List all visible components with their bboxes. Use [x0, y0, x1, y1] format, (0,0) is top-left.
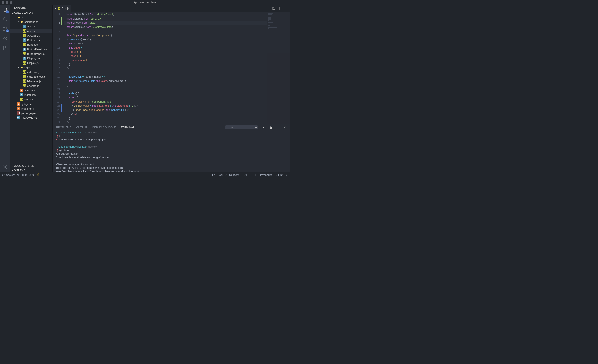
status-sync[interactable]: ⟳ [17, 173, 19, 176]
tree-item-label: favicon.ico [24, 89, 37, 92]
twistie-icon: ▾ [17, 66, 20, 68]
status-bolt[interactable]: ⚡ [36, 173, 40, 176]
tree-item[interactable]: M↓README.md [10, 115, 52, 120]
activity-extensions[interactable] [2, 45, 8, 51]
tree-item[interactable]: JSApp.js [10, 29, 52, 33]
project-section[interactable]: ◢CALCULATOR [10, 11, 52, 15]
tree-item-label: src [21, 16, 25, 19]
tree-item[interactable]: JScalculate.js [10, 70, 52, 74]
svg-point-2 [3, 30, 4, 31]
traffic-close[interactable] [2, 1, 4, 4]
status-eol[interactable]: LF [254, 173, 257, 176]
tree-item[interactable]: ⚗calculate.test.js [10, 74, 52, 79]
test-icon: ⚗ [23, 75, 26, 78]
modified-indicator-icon [55, 8, 56, 9]
compare-changes-icon[interactable] [271, 7, 275, 10]
svg-rect-7 [3, 48, 5, 50]
svg-point-1 [3, 27, 4, 28]
tree-item[interactable]: ▾📁logic [10, 65, 52, 70]
minimap[interactable] [267, 12, 290, 124]
activity-explorer[interactable]: 1 [2, 7, 8, 13]
css-icon: # [20, 93, 23, 97]
tree-item-label: Button.css [27, 39, 40, 42]
more-actions-icon[interactable]: ⋯ [285, 7, 287, 10]
tree-item-label: operate.js [27, 84, 39, 87]
tree-item[interactable]: JSButton.js [10, 42, 52, 47]
tree-item[interactable]: #ButtonPanel.css [10, 47, 52, 51]
tree-item[interactable]: JSisNumber.js [10, 79, 52, 83]
twistie-icon: ▾ [17, 21, 20, 23]
tree-item[interactable]: 5index.html [10, 106, 52, 111]
status-bar: master* ⟳ ⊘ 0 ⚠ 0 ⚡ Ln 5, Col 27 Spaces:… [0, 172, 290, 177]
scm-badge: 1 [6, 30, 9, 32]
tree-item[interactable]: JSButtonPanel.js [10, 51, 52, 56]
traffic-minimize[interactable] [6, 1, 8, 4]
tree-item[interactable]: ⚗App.test.js [10, 33, 52, 38]
file-tree: ▾📁src▾📁component#App.cssJSApp.js⚗App.tes… [10, 15, 52, 164]
status-encoding[interactable]: UTF-8 [244, 173, 251, 176]
line-gutter: 3456789101112131415161718192021222324252… [52, 12, 64, 124]
tree-item[interactable]: { }package.json [10, 111, 52, 115]
favicon-icon: ★ [20, 89, 23, 92]
outline-label: CODE OUTLINE [14, 164, 34, 168]
status-lint[interactable]: ESLint [274, 173, 282, 176]
markdown-icon: M↓ [17, 116, 20, 119]
activity-settings[interactable] [2, 164, 8, 170]
js-icon: JS [23, 80, 26, 83]
css-icon: # [23, 38, 26, 42]
tree-item[interactable]: JSoperate.js [10, 83, 52, 88]
terminal-selector[interactable]: 1: zsh [225, 125, 258, 129]
status-feedback[interactable]: ☺ [285, 173, 288, 176]
css-icon: # [23, 48, 26, 51]
tree-item-label: component [24, 20, 38, 24]
split-editor-icon[interactable] [278, 7, 281, 10]
svg-point-3 [6, 27, 7, 28]
panel-tab[interactable]: DEBUG CONSOLE [92, 125, 116, 130]
sidebar-title: EXPLORER [10, 5, 52, 11]
close-panel-icon[interactable]: ✕ [284, 126, 286, 129]
svg-point-10 [274, 9, 275, 10]
status-errors[interactable]: ⊘ 0 [22, 173, 27, 176]
tab-app-js[interactable]: JS App.js [52, 5, 71, 12]
panel-tab[interactable]: OUTPUT [76, 125, 87, 130]
js-icon: JS [23, 61, 26, 65]
new-terminal-icon[interactable]: + [263, 126, 264, 129]
panel-tab[interactable]: TERMINAL [121, 125, 134, 130]
status-spaces[interactable]: Spaces: 2 [229, 173, 241, 176]
tree-item[interactable]: #Display.css [10, 56, 52, 61]
tree-item[interactable]: ★favicon.ico [10, 88, 52, 93]
activity-debug[interactable] [2, 35, 8, 41]
tree-item-label: calculate.test.js [27, 75, 46, 78]
tree-item-label: index.css [24, 93, 35, 97]
js-icon: JS [58, 7, 60, 10]
tree-item-label: index.html [21, 107, 34, 110]
status-warnings[interactable]: ⚠ 0 [29, 173, 34, 176]
tree-item[interactable]: #Button.css [10, 38, 52, 42]
status-lang[interactable]: JavaScript [259, 173, 272, 176]
gitlens-section[interactable]: ▸GITLENS [10, 168, 52, 172]
tree-item[interactable]: JSDisplay.js [10, 61, 52, 65]
tree-item[interactable]: #App.css [10, 24, 52, 29]
editor[interactable]: 3456789101112131415161718192021222324252… [52, 12, 290, 124]
status-cursor[interactable]: Ln 5, Col 27 [212, 173, 227, 176]
tree-item[interactable]: #index.css [10, 93, 52, 97]
panel: PROBLEMSOUTPUTDEBUG CONSOLETERMINAL 1: z… [52, 124, 290, 172]
tree-item-label: index.js [24, 98, 33, 101]
traffic-zoom[interactable] [10, 1, 12, 4]
code-area[interactable]: import ButtonPanel from './ButtonPanel';… [64, 12, 267, 124]
tree-item[interactable]: ▾📁src [10, 15, 52, 19]
js-icon: JS [23, 70, 26, 74]
activity-search[interactable] [2, 16, 8, 22]
maximize-panel-icon[interactable]: ^ [277, 126, 279, 129]
tree-item-label: App.css [27, 25, 37, 28]
outline-section[interactable]: ▸CODE OUTLINE [10, 164, 52, 168]
tree-item[interactable]: ◈.gitignore [10, 102, 52, 106]
status-branch[interactable]: master* [2, 173, 15, 176]
html-icon: 5 [17, 107, 20, 110]
panel-tab[interactable]: PROBLEMS [56, 125, 71, 130]
kill-terminal-icon[interactable]: 🗑 [269, 126, 272, 129]
activity-scm[interactable]: 1 [2, 26, 8, 32]
tree-item[interactable]: ▾📁component [10, 19, 52, 24]
tree-item[interactable]: JSindex.js [10, 97, 52, 102]
terminal[interactable]: ~/Development/calculator master*❯ lssrc/… [52, 131, 290, 172]
